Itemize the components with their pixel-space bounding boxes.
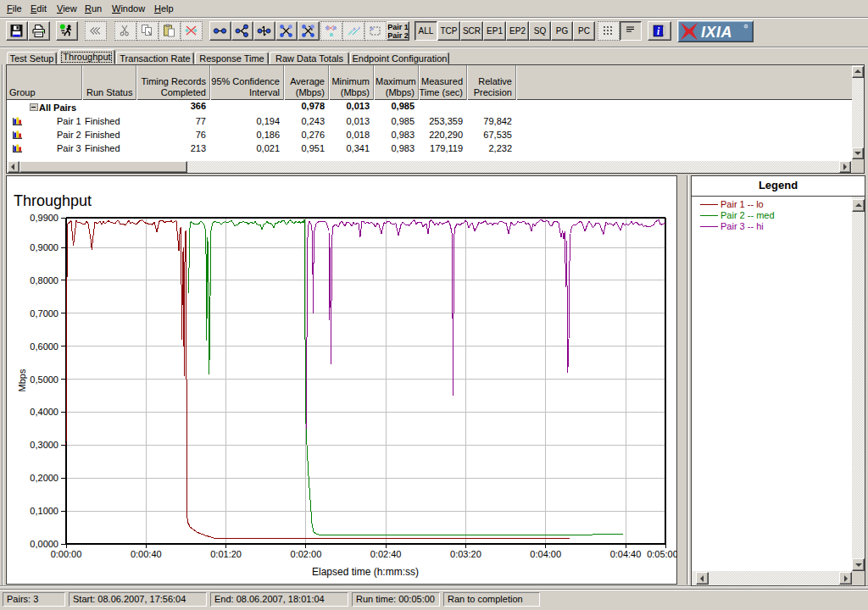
svg-text:0,3000: 0,3000 [30,440,58,450]
svg-text:0,5000: 0,5000 [30,374,58,385]
svg-text:0,4000: 0,4000 [30,407,58,417]
svg-text:0,1000: 0,1000 [30,506,58,516]
svg-text:0,9000: 0,9000 [30,242,58,252]
svg-text:0,9900: 0,9900 [30,213,58,223]
svg-text:0,2000: 0,2000 [30,473,58,483]
svg-text:0,7000: 0,7000 [30,308,58,319]
svg-text:Elapsed time (h:mm:ss): Elapsed time (h:mm:ss) [312,566,419,578]
svg-text:0,8000: 0,8000 [30,275,58,286]
svg-text:0,0000: 0,0000 [30,539,58,549]
svg-text:0:03:20: 0:03:20 [450,549,481,559]
svg-text:Mbps: Mbps [17,369,27,391]
svg-text:0:00:40: 0:00:40 [131,549,162,559]
svg-text:0:05:00: 0:05:00 [647,549,677,559]
svg-text:IXIA: IXIA [701,24,732,41]
svg-text:0:04:40: 0:04:40 [610,549,642,559]
svg-text:0:00:00: 0:00:00 [51,549,82,559]
svg-text:0:04:00: 0:04:00 [530,549,561,559]
svg-text:0:01:20: 0:01:20 [210,549,242,559]
svg-text:0:02:40: 0:02:40 [370,549,402,559]
svg-text:Throughput: Throughput [14,192,92,209]
svg-text:0:02:00: 0:02:00 [291,549,322,559]
svg-text:0,6000: 0,6000 [30,341,58,352]
